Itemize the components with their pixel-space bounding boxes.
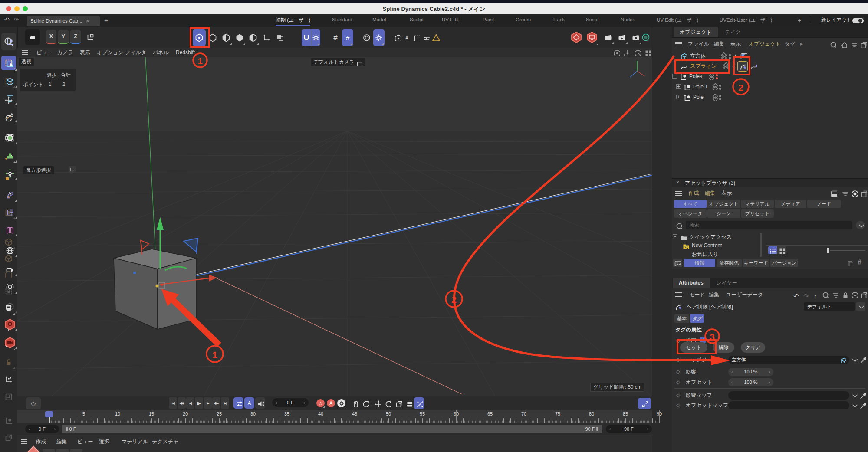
subdivision-surface-button[interactable] [2, 131, 18, 145]
key-param-rotation-button[interactable] [383, 397, 393, 409]
viewport-menu-panel[interactable]: パネル [153, 48, 169, 57]
material-swatch[interactable] [26, 446, 42, 452]
layout-lock-toggle[interactable] [852, 18, 864, 23]
material-slot[interactable] [70, 449, 82, 452]
ab-search-options-button[interactable] [856, 221, 865, 229]
layout-tab-groom[interactable]: Groom [516, 17, 531, 22]
timeline-ruler[interactable]: 0 5 10 15 20 25 30 35 40 45 50 55 60 65 … [17, 410, 652, 423]
viewport-solo-button[interactable] [393, 30, 402, 45]
polygon-mode-button[interactable] [247, 29, 260, 46]
layout-tab-paint[interactable]: Paint [483, 17, 494, 22]
om-search-icon[interactable] [829, 41, 836, 48]
ab-tab-versions[interactable]: バージョン [770, 259, 798, 267]
bend-deformer-button[interactable] [2, 188, 18, 203]
sound-toggle-button[interactable] [255, 397, 265, 409]
undo-icon[interactable]: ↶ [4, 16, 10, 23]
layer-icon[interactable] [720, 52, 727, 59]
axis-mode-button[interactable] [260, 29, 273, 46]
snap-toggle-button[interactable] [302, 29, 311, 46]
om-filter-icon[interactable] [850, 41, 857, 48]
visibility-dots[interactable] [719, 84, 721, 91]
mat-menu-create[interactable]: 作成 [36, 437, 46, 446]
axis-modify-tool-button[interactable] [1, 372, 16, 387]
effector-button[interactable] [2, 166, 18, 181]
snap-settings-button[interactable] [311, 29, 320, 46]
asset-grid-view-button[interactable] [777, 246, 786, 254]
layout-tab-uvedit[interactable]: UV Edit [442, 17, 459, 22]
stepper-increment-icon[interactable]: › [769, 377, 770, 387]
offset-map-field[interactable] [728, 401, 849, 409]
view-type-label[interactable]: 透視 [19, 58, 34, 66]
range-end-decrement-icon[interactable]: ‹ [609, 426, 611, 432]
filter-options-button[interactable] [421, 30, 431, 45]
hair-constraint-tag-icon[interactable] [737, 61, 748, 72]
map-eyedropper-icon[interactable] [859, 402, 866, 409]
viewport-menu-icon[interactable] [22, 50, 28, 55]
filter-objects[interactable]: オブジェクト [707, 200, 740, 208]
edge-mode-button[interactable] [233, 29, 246, 46]
next-frame-button[interactable]: |▶ [204, 397, 212, 409]
om-menu-more-icon[interactable]: ▸ [800, 39, 803, 49]
loop-playback-button[interactable] [233, 397, 243, 409]
maximize-view-button[interactable] [638, 398, 651, 409]
object-link-chevron-icon[interactable] [851, 356, 858, 363]
object-pick-eyedropper-icon[interactable] [859, 356, 866, 363]
record-keyframe-button[interactable]: ◇ [316, 397, 326, 409]
attr-menu-mode[interactable]: モード [689, 290, 705, 299]
object-row-cube[interactable]: 立方体 ✓ [672, 51, 868, 61]
previous-key-button[interactable]: ◀◆ [178, 397, 186, 409]
layout-tab-sculpt[interactable]: Sculpt [410, 17, 424, 22]
ab-splitview-icon[interactable] [830, 190, 837, 197]
visibility-dots[interactable] [729, 53, 731, 60]
goto-end-button[interactable]: ▶| [221, 397, 229, 409]
search-input[interactable] [686, 221, 852, 229]
attr-popout-icon[interactable] [860, 291, 867, 298]
influence-stepper[interactable]: ‹ 100 % › [728, 368, 773, 376]
ab-menu-edit[interactable]: 編集 [705, 188, 715, 198]
clear-button[interactable]: クリア [741, 342, 765, 353]
object-row-poles[interactable]: − Poles [672, 72, 868, 82]
om-popout-icon[interactable] [860, 41, 867, 48]
enable-check[interactable]: ✓ [733, 51, 737, 61]
key-interpolation-button[interactable] [414, 397, 424, 409]
gravity-settings-icon[interactable] [431, 30, 441, 45]
next-key-button[interactable]: ◆▶ [212, 397, 220, 409]
viewport-menu-options[interactable]: オプション [97, 48, 123, 57]
symmetry-object-button[interactable] [2, 223, 18, 237]
viewport-menu-filter[interactable]: フィルタ [125, 48, 146, 57]
render-view-redshift-button[interactable] [569, 29, 584, 46]
asset-list-view-button[interactable] [768, 246, 777, 254]
tab-takes[interactable]: テイク [719, 27, 747, 37]
range-end-increment-icon[interactable]: › [647, 426, 648, 432]
filter-all[interactable]: すべて [674, 200, 707, 208]
layout-tab-track[interactable]: Track [552, 17, 565, 22]
ab-menu-view[interactable]: 表示 [721, 188, 732, 198]
autokey-record-button[interactable]: A [326, 397, 336, 409]
layout-tab-uvedituser-user[interactable]: UVEdit-User (ユーザー) [720, 17, 772, 23]
attr-search-icon[interactable] [822, 291, 829, 298]
auto-mode-button[interactable]: A [402, 30, 411, 45]
axis-helper-button[interactable] [2, 205, 18, 220]
layout-tab-uvedit-user[interactable]: UV Edit (ユーザー) [657, 17, 698, 23]
play-button[interactable]: ▶ [195, 397, 203, 409]
material-menu-icon[interactable] [21, 439, 27, 444]
document-tab[interactable]: Spline Dynamics Cab... ✕ [27, 16, 100, 26]
attr-tab-basic[interactable]: 基本 [674, 314, 689, 323]
object-mode-button[interactable] [206, 29, 219, 46]
camera-object-button[interactable] [2, 262, 18, 277]
render-safe-icon[interactable] [613, 49, 620, 56]
render-to-picture-viewer-button[interactable] [602, 29, 615, 45]
material-node-button[interactable] [2, 299, 18, 314]
visibility-dots-red[interactable] [716, 73, 718, 80]
sky-environment-button[interactable] [2, 243, 18, 258]
expander-open-icon[interactable]: − [672, 74, 677, 79]
asset-browser-close-icon[interactable]: ✕ [676, 180, 680, 185]
filter-media[interactable]: メディア [775, 200, 806, 208]
om-home-icon[interactable] [840, 41, 847, 48]
map-chevron-icon[interactable] [851, 402, 858, 409]
render-active-view-button[interactable] [585, 29, 599, 46]
range-start-increment-icon[interactable]: › [54, 426, 56, 432]
coordinate-system-button[interactable] [83, 29, 97, 45]
goto-start-button[interactable]: |◀ [169, 397, 177, 409]
redshift-light-button[interactable] [2, 317, 18, 332]
